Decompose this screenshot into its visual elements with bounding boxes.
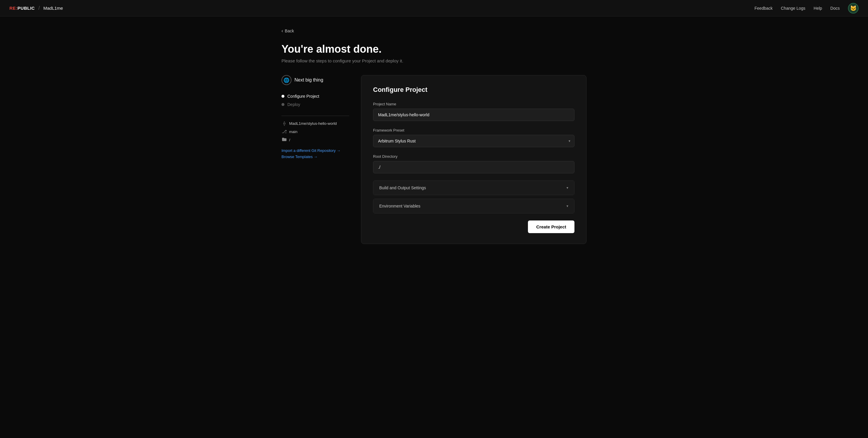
nav-feedback-link[interactable]: Feedback bbox=[755, 6, 773, 10]
form-group-project-name: Project Name bbox=[373, 102, 575, 121]
sidebar-links: Import a different Git Repository → Brow… bbox=[281, 148, 349, 159]
page-heading: You're almost done. bbox=[281, 43, 587, 55]
repo-icon: ⟠ bbox=[281, 121, 287, 126]
sidebar-branch-text: main bbox=[289, 129, 298, 134]
sidebar-step-deploy: Deploy bbox=[281, 100, 349, 108]
create-project-button[interactable]: Create Project bbox=[528, 220, 575, 233]
navbar-left: RE:PUBLIC / MadL1me bbox=[9, 5, 63, 11]
back-arrow-icon: ‹ bbox=[281, 28, 283, 34]
nav-changelogs-link[interactable]: Change Logs bbox=[781, 6, 805, 10]
framework-select-wrapper: Arbitrum Stylus Rust Next.js Create Reac… bbox=[373, 135, 575, 147]
sidebar: 🌐 Next big thing Configure Project Deplo… bbox=[281, 75, 349, 159]
sidebar-meta-dir: / bbox=[281, 137, 349, 143]
sidebar-meta-repo: ⟠ MadL1me/stylus-hello-world bbox=[281, 121, 349, 126]
navbar-right: Feedback Change Logs Help Docs 🐱 bbox=[755, 3, 859, 13]
framework-select[interactable]: Arbitrum Stylus Rust Next.js Create Reac… bbox=[373, 135, 575, 147]
main-layout: 🌐 Next big thing Configure Project Deplo… bbox=[281, 75, 587, 244]
sidebar-repo-text: MadL1me/stylus-hello-world bbox=[289, 121, 337, 126]
sidebar-meta: ⟠ MadL1me/stylus-hello-world ⎇ main / bbox=[281, 121, 349, 143]
project-name-label: Project Name bbox=[373, 102, 575, 106]
page-subtitle: Please follow the steps to configure you… bbox=[281, 58, 587, 63]
globe-icon: 🌐 bbox=[281, 75, 291, 85]
framework-label: Framework Preset bbox=[373, 128, 575, 132]
back-button[interactable]: ‹ Back bbox=[281, 28, 587, 34]
brand-logo[interactable]: RE:PUBLIC bbox=[9, 6, 35, 10]
sidebar-divider bbox=[281, 116, 349, 116]
nav-app-name: MadL1me bbox=[43, 6, 63, 10]
build-output-label: Build and Output Settings bbox=[379, 185, 426, 190]
env-vars-chevron: ▾ bbox=[566, 204, 568, 208]
navbar: RE:PUBLIC / MadL1me Feedback Change Logs… bbox=[0, 0, 868, 17]
sidebar-dir-text: / bbox=[289, 138, 290, 142]
build-output-section: Build and Output Settings ▾ bbox=[373, 181, 575, 195]
sidebar-step-configure: Configure Project bbox=[281, 92, 349, 100]
nav-docs-link[interactable]: Docs bbox=[830, 6, 840, 10]
panel-title: Configure Project bbox=[373, 86, 575, 94]
step-label-deploy: Deploy bbox=[287, 102, 300, 107]
folder-icon bbox=[281, 137, 287, 143]
brand-public: PUBLIC bbox=[18, 6, 35, 10]
browse-templates-link[interactable]: Browse Templates → bbox=[281, 155, 349, 159]
panel-footer: Create Project bbox=[373, 220, 575, 233]
sidebar-project-name: Next big thing bbox=[294, 77, 323, 83]
nav-separator: / bbox=[38, 5, 40, 11]
avatar[interactable]: 🐱 bbox=[848, 3, 859, 13]
env-vars-section: Environment Variables ▾ bbox=[373, 199, 575, 213]
form-group-root-dir: Root Directory bbox=[373, 154, 575, 174]
brand-re: RE: bbox=[9, 6, 18, 10]
form-group-framework: Framework Preset Arbitrum Stylus Rust Ne… bbox=[373, 128, 575, 147]
step-label-configure: Configure Project bbox=[287, 94, 319, 99]
sidebar-steps: Configure Project Deploy bbox=[281, 92, 349, 108]
configure-panel: Configure Project Project Name Framework… bbox=[361, 75, 587, 244]
step-dot-configure bbox=[281, 95, 284, 98]
back-label: Back bbox=[285, 29, 294, 33]
project-name-input[interactable] bbox=[373, 108, 575, 121]
branch-icon: ⎇ bbox=[281, 129, 287, 134]
nav-help-link[interactable]: Help bbox=[813, 6, 822, 10]
sidebar-project: 🌐 Next big thing bbox=[281, 75, 349, 85]
root-dir-label: Root Directory bbox=[373, 154, 575, 159]
import-git-link[interactable]: Import a different Git Repository → bbox=[281, 148, 349, 153]
env-vars-label: Environment Variables bbox=[379, 204, 421, 209]
build-output-header[interactable]: Build and Output Settings ▾ bbox=[373, 181, 574, 195]
root-dir-input[interactable] bbox=[373, 161, 575, 174]
step-dot-deploy bbox=[281, 103, 284, 106]
page-content: ‹ Back You're almost done. Please follow… bbox=[272, 17, 596, 256]
sidebar-meta-branch: ⎇ main bbox=[281, 129, 349, 134]
env-vars-header[interactable]: Environment Variables ▾ bbox=[373, 199, 574, 213]
build-output-chevron: ▾ bbox=[566, 186, 568, 190]
